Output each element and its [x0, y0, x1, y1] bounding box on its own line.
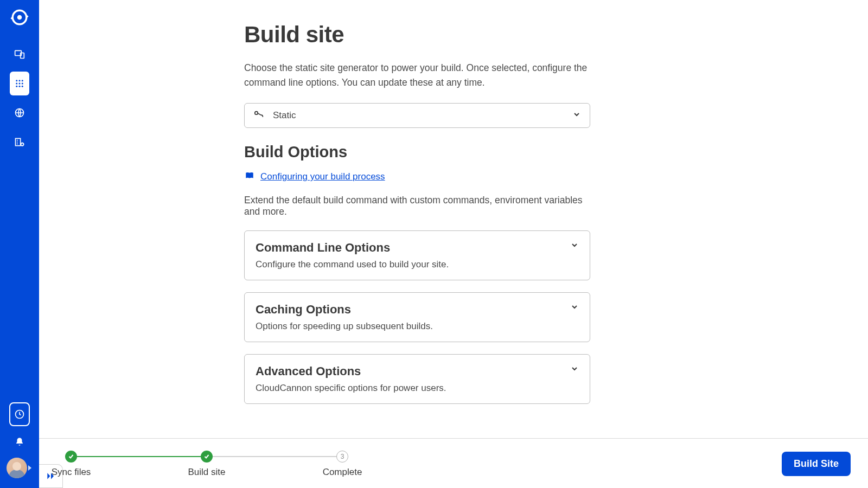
history-button[interactable]: [9, 402, 30, 426]
svg-point-7: [16, 83, 17, 85]
book-icon: [244, 171, 255, 183]
nav-grid-icon[interactable]: [10, 72, 29, 95]
accordion-desc: CloudCannon specific options for power u…: [256, 383, 579, 394]
step-build-site: Build site: [201, 451, 213, 478]
accordion-caching[interactable]: Caching Options Options for speeding up …: [244, 292, 590, 342]
nav-globe-icon[interactable]: [10, 101, 29, 125]
check-icon: [201, 451, 213, 463]
check-icon: [65, 451, 77, 463]
build-options-description: Extend the default build command with cu…: [244, 195, 590, 217]
app-logo-icon: [10, 8, 29, 27]
svg-point-12: [22, 86, 23, 87]
doc-link-row: Configuring your build process: [244, 171, 590, 183]
avatar: [7, 458, 27, 478]
svg-point-1: [17, 15, 22, 20]
notifications-icon[interactable]: [10, 434, 29, 450]
svg-point-15: [21, 143, 24, 146]
svg-point-6: [22, 80, 23, 81]
chevron-down-icon: [572, 110, 581, 121]
page-description: Choose the static site generator to powe…: [244, 61, 590, 90]
svg-point-8: [19, 83, 21, 85]
step-connector: [213, 456, 336, 457]
user-menu[interactable]: [7, 458, 33, 478]
chevron-down-icon: [570, 303, 579, 313]
ssg-select-value: Static: [273, 110, 565, 121]
step-sync-files: Sync files: [65, 451, 77, 478]
accordion-advanced[interactable]: Advanced Options CloudCannon specific op…: [244, 354, 590, 404]
svg-point-5: [19, 80, 21, 81]
doc-link[interactable]: Configuring your build process: [260, 171, 385, 182]
step-number: 3: [336, 451, 348, 463]
page-title: Build site: [244, 22, 590, 48]
content: Build site Choose the static site genera…: [39, 0, 868, 438]
svg-rect-14: [16, 138, 21, 145]
chevron-down-icon: [570, 241, 579, 252]
svg-point-11: [19, 86, 21, 87]
sidebar: [0, 0, 39, 488]
build-options-heading: Build Options: [244, 143, 590, 161]
stepper: Sync files Build site 3 Complete: [65, 451, 348, 478]
svg-point-4: [16, 80, 17, 81]
step-connector: [77, 456, 201, 457]
nav-devices-icon[interactable]: [10, 42, 29, 66]
svg-point-17: [255, 112, 258, 115]
footer: Sync files Build site 3 Complete Build S…: [39, 438, 868, 488]
accordion-title: Advanced Options: [256, 364, 579, 378]
accordion-command-line[interactable]: Command Line Options Configure the comma…: [244, 230, 590, 280]
accordion-desc: Options for speeding up subsequent build…: [256, 321, 579, 332]
caret-right-icon: [28, 463, 33, 473]
accordion-title: Caching Options: [256, 303, 579, 317]
svg-point-10: [16, 86, 17, 87]
sidebar-bottom: [7, 402, 33, 488]
chevron-down-icon: [570, 364, 579, 375]
accordion-title: Command Line Options: [256, 241, 579, 255]
build-site-button[interactable]: Build Site: [782, 452, 851, 476]
svg-point-9: [22, 83, 23, 85]
static-icon: [253, 110, 265, 121]
sidebar-nav: [10, 42, 29, 154]
main: Build site Choose the static site genera…: [39, 0, 868, 488]
accordion-desc: Configure the command used to build your…: [256, 259, 579, 270]
ssg-select[interactable]: Static: [244, 103, 590, 128]
nav-building-settings-icon[interactable]: [10, 130, 29, 154]
step-complete: 3 Complete: [336, 451, 348, 478]
